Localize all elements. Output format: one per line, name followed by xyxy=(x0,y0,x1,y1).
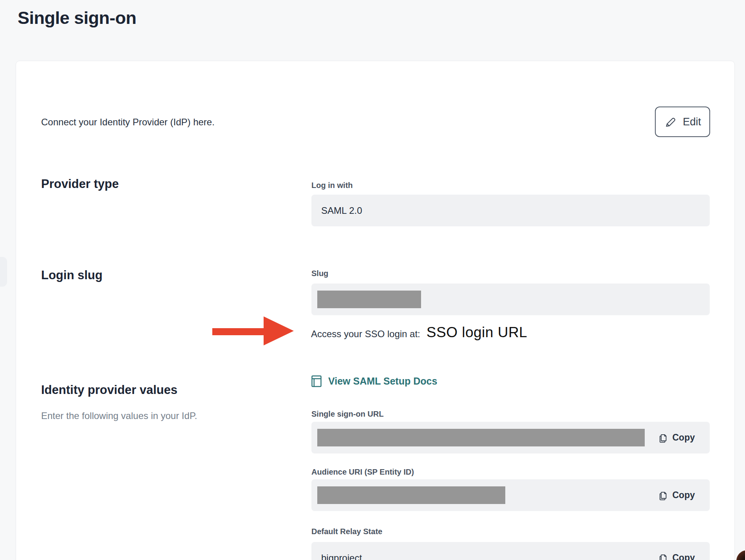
slug-field xyxy=(311,284,710,315)
sso-url-label: Single sign-on URL xyxy=(311,410,383,419)
audience-uri-field: Copy xyxy=(311,479,710,511)
provider-type-field: SAML 2.0 xyxy=(311,195,710,226)
provider-type-value: SAML 2.0 xyxy=(321,205,362,216)
journal-docs-icon xyxy=(311,375,322,387)
copy-sso-url-button[interactable]: Copy xyxy=(658,432,695,443)
access-login-prefix: Access your SSO login at: xyxy=(311,329,420,340)
edge-drawer-handle xyxy=(0,257,7,287)
pencil-icon xyxy=(664,115,677,128)
sso-url-field: Copy xyxy=(311,422,710,453)
default-relay-state-field: bigproject Copy xyxy=(311,542,710,560)
page-title: Single sign-on xyxy=(18,8,136,28)
copy-button-label: Copy xyxy=(673,432,695,443)
redacted-audience-uri-bar xyxy=(317,486,505,504)
default-relay-state-label: Default Relay State xyxy=(311,527,382,536)
idp-values-subheading: Enter the following values in your IdP. xyxy=(41,410,197,421)
copy-icon xyxy=(658,490,668,501)
section-heading-idp-values: Identity provider values xyxy=(41,383,177,397)
section-heading-login-slug: Login slug xyxy=(41,268,103,282)
copy-icon xyxy=(658,553,668,560)
view-saml-setup-docs-link[interactable]: View SAML Setup Docs xyxy=(311,375,437,387)
section-heading-provider-type: Provider type xyxy=(41,177,119,191)
redacted-sso-url-bar xyxy=(317,429,645,446)
edit-button-label: Edit xyxy=(683,116,701,128)
copy-icon xyxy=(658,432,668,443)
copy-button-label: Copy xyxy=(673,490,695,500)
intro-text: Connect your Identity Provider (IdP) her… xyxy=(41,117,215,128)
access-login-row: Access your SSO login at: SSO login URL xyxy=(311,324,527,341)
copy-relay-state-button[interactable]: Copy xyxy=(658,553,695,560)
audience-uri-label: Audience URI (SP Entity ID) xyxy=(311,468,414,477)
edit-button[interactable]: Edit xyxy=(655,107,710,137)
copy-button-label: Copy xyxy=(673,553,695,560)
default-relay-state-value: bigproject xyxy=(321,553,362,560)
red-arrow-annotation xyxy=(212,315,295,349)
docs-link-label: View SAML Setup Docs xyxy=(328,376,437,387)
sso-login-url-link[interactable]: SSO login URL xyxy=(427,324,527,341)
corner-cursor-artifact xyxy=(736,550,745,560)
copy-audience-uri-button[interactable]: Copy xyxy=(658,490,695,501)
log-in-with-label: Log in with xyxy=(311,181,353,190)
redacted-slug-value-bar xyxy=(317,291,421,308)
slug-label: Slug xyxy=(311,269,328,278)
